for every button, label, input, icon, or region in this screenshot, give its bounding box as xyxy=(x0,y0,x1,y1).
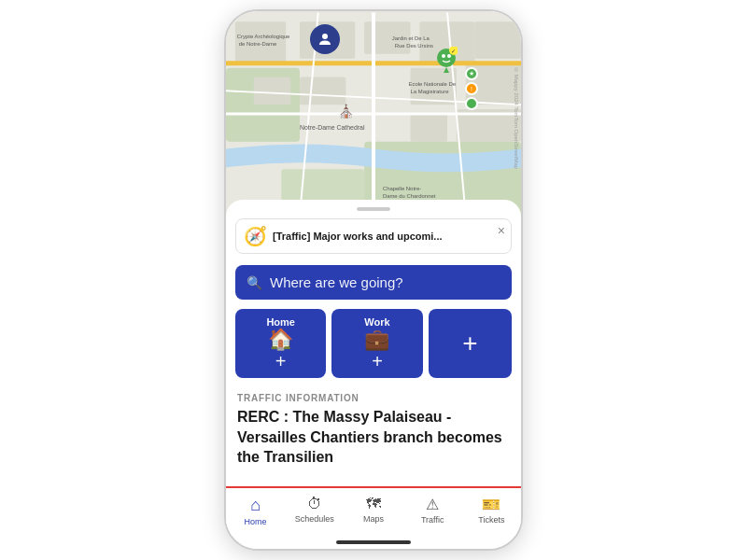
alert-icon: 🧭 xyxy=(244,225,267,247)
svg-point-28 xyxy=(447,54,451,58)
phone-home-bar xyxy=(226,536,521,549)
plus-icon: + xyxy=(462,329,477,358)
work-button[interactable]: Work 💼 + xyxy=(331,309,422,378)
svg-rect-7 xyxy=(475,21,521,59)
tickets-nav-icon: 🎫 xyxy=(482,496,500,513)
add-location-button[interactable]: + xyxy=(429,309,512,378)
traffic-nav-label: Traffic xyxy=(421,515,444,525)
svg-text:Jardin et De La: Jardin et De La xyxy=(392,35,430,41)
search-bar[interactable]: 🔍 Where are we going? xyxy=(235,265,512,300)
home-label: Home xyxy=(266,316,295,328)
traffic-info-section: TRAFFIC INFORMATION RERC : The Massy Pal… xyxy=(226,384,521,486)
alert-close-button[interactable]: × xyxy=(498,223,505,238)
svg-point-25 xyxy=(322,34,328,39)
schedules-nav-label: Schedules xyxy=(295,514,334,524)
nav-home[interactable]: ⌂ Home xyxy=(226,494,285,528)
bottom-sheet: 🧭 [Traffic] Major works and upcomi... × … xyxy=(226,200,521,536)
work-icon: 💼 xyxy=(364,328,389,352)
svg-point-27 xyxy=(442,54,445,58)
home-indicator xyxy=(336,540,411,544)
map-area: Notre-Dame Cathedral Crypte Archéologiqu… xyxy=(226,11,521,217)
svg-rect-14 xyxy=(300,77,345,105)
schedules-nav-icon: ⏱ xyxy=(307,496,322,512)
user-avatar xyxy=(310,24,340,54)
map-watermark: © Mappy 2024 TomTom OpenStreetMap xyxy=(514,67,519,169)
svg-text:Rue Des Ursins: Rue Des Ursins xyxy=(395,43,433,49)
maps-nav-icon: 🗺 xyxy=(366,496,381,512)
nav-tickets[interactable]: 🎫 Tickets xyxy=(462,494,521,528)
home-button[interactable]: Home 🏠 + xyxy=(235,309,326,378)
alert-text: [Traffic] Major works and upcomi... xyxy=(273,231,443,242)
sheet-handle xyxy=(357,207,390,211)
home-add-icon: + xyxy=(275,352,287,371)
nav-maps[interactable]: 🗺 Maps xyxy=(344,494,402,528)
search-placeholder: Where are we going? xyxy=(270,274,403,290)
work-label: Work xyxy=(364,316,389,328)
traffic-info-label: TRAFFIC INFORMATION xyxy=(237,393,510,403)
home-nav-label: Home xyxy=(245,517,267,526)
search-icon: 🔍 xyxy=(247,275,262,290)
svg-text:Dame du Chardonnet: Dame du Chardonnet xyxy=(383,193,436,199)
quick-access: Home 🏠 + Work 💼 + + xyxy=(235,309,512,378)
svg-text:La Magistrature: La Magistrature xyxy=(411,89,450,94)
svg-text:⛪: ⛪ xyxy=(338,104,355,119)
home-nav-icon: ⌂ xyxy=(250,496,261,515)
svg-text:Ecole Nationale De: Ecole Nationale De xyxy=(409,81,457,87)
svg-text:Notre-Dame Cathedral: Notre-Dame Cathedral xyxy=(300,124,365,131)
svg-text:Chapelle Notre-: Chapelle Notre- xyxy=(383,186,421,191)
tickets-nav-label: Tickets xyxy=(478,515,504,525)
traffic-alert[interactable]: 🧭 [Traffic] Major works and upcomi... × xyxy=(235,218,512,254)
svg-text:✓: ✓ xyxy=(451,49,456,54)
home-icon: 🏠 xyxy=(268,328,293,352)
maps-nav-label: Maps xyxy=(363,514,384,524)
nav-traffic[interactable]: ⚠ Traffic xyxy=(403,494,462,528)
phone-container: Notre-Dame Cathedral Crypte Archéologiqu… xyxy=(224,9,523,551)
traffic-info-title: RERC : The Massy Palaiseau - Versailles … xyxy=(237,407,510,468)
svg-text:de Notre-Dame: de Notre-Dame xyxy=(239,41,277,47)
svg-rect-11 xyxy=(411,114,448,142)
svg-rect-13 xyxy=(254,77,291,105)
work-add-icon: + xyxy=(372,352,383,371)
traffic-nav-icon: ⚠ xyxy=(426,496,439,513)
svg-text:Crypte Archéologique: Crypte Archéologique xyxy=(237,34,290,39)
bottom-nav: ⌂ Home ⏱ Schedules 🗺 Maps ⚠ Traffic 🎫 Ti… xyxy=(226,486,521,536)
nav-schedules[interactable]: ⏱ Schedules xyxy=(285,494,344,528)
waze-marker: ✓ xyxy=(435,47,458,77)
